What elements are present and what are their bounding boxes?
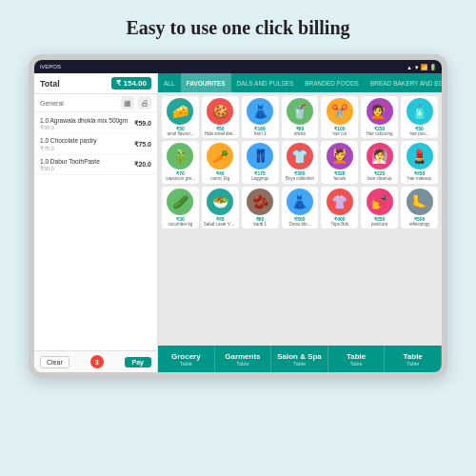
cart-item-price: ₹20.0 — [134, 161, 151, 169]
product-card[interactable]: 👗₹169Item 3 — [242, 96, 279, 138]
bottom-label-text: Salon & Spa — [277, 352, 322, 361]
product-card[interactable]: 🧀₹50amul flavour... — [162, 96, 199, 138]
tab-branded[interactable]: BRANDED FOODS — [299, 73, 365, 92]
product-image: 🫑 — [167, 143, 193, 169]
cart-item-orig-price: ₹50.0 — [40, 166, 134, 171]
product-card[interactable]: 🫘₹60kardi 1 — [242, 187, 279, 228]
clear-button[interactable]: Clear — [40, 356, 69, 368]
cart-item-info: 1.0 Chocolate pastry ₹75.0 — [40, 137, 134, 150]
bottom-label-sub: Table — [180, 361, 192, 367]
bottom-tab-2[interactable]: Salon & SpaTable — [271, 346, 328, 372]
bottom-tab-0[interactable]: GroceryTable — [158, 346, 215, 372]
product-name: cucumber kg — [164, 222, 197, 227]
product-image: ✂️ — [327, 98, 353, 125]
cart-item-info: 1.0 Dabur ToothPaste ₹50.0 — [40, 158, 134, 171]
product-card[interactable]: 👗₹500Dress bbi... — [282, 187, 319, 228]
status-icons: ▲ ▼ 📶 🔋 — [407, 64, 436, 70]
product-name: face cleanup — [363, 176, 396, 181]
product-card[interactable]: 💇₹250Hair colouring — [361, 96, 398, 138]
tab-bread[interactable]: BREAD BAKERY AND EGGS — [365, 73, 442, 92]
product-card[interactable]: 💅₹350pedicure — [361, 187, 398, 228]
product-card[interactable]: 👕₹300Boys collection — [282, 141, 319, 183]
cart-item-info: 1.0 Agrawala dhokla mix 500gm ₹59.0 — [40, 117, 134, 130]
product-name: amul flavour... — [164, 131, 197, 136]
product-image: 🥒 — [167, 188, 193, 215]
bottom-tab-1[interactable]: GarmentsTable — [215, 346, 272, 372]
product-name: Salad Laser Veg... — [204, 222, 237, 227]
tab-dals[interactable]: DALS AND PULSES — [231, 73, 300, 92]
product-card[interactable]: 🥕₹40carrot 1kg — [202, 141, 239, 183]
tab-favourites[interactable]: FAVOURITES — [181, 73, 231, 92]
product-card[interactable]: 🦶₹500reflexology — [401, 187, 438, 228]
cart-item-price: ₹75.0 — [134, 141, 151, 149]
product-image: 🧀 — [167, 98, 193, 125]
tablet-body: Total ₹ 154.00 General ▦ 🖨 1.0 Agrawala … — [34, 73, 442, 372]
cart-icons: ▦ 🖨 — [121, 96, 151, 109]
product-name: Hide small diet... — [204, 131, 237, 136]
product-card[interactable]: ✂️₹100hair cut — [321, 96, 358, 138]
product-image: 💄 — [407, 143, 433, 169]
cart-items: 1.0 Agrawala dhokla mix 500gm ₹59.0 ₹59.… — [34, 112, 157, 350]
product-card[interactable]: 🥒₹30cucumber kg — [162, 187, 199, 228]
product-card[interactable]: 🍪₹50Hide small diet... — [202, 96, 239, 138]
product-name: reflexology — [403, 222, 436, 227]
product-card[interactable]: 💆₹328facials — [321, 141, 358, 183]
product-image: 👚 — [327, 188, 353, 215]
cart-item: 1.0 Dabur ToothPaste ₹50.0 ₹20.0 — [34, 155, 157, 175]
tablet-frame: iVEPOS ▲ ▼ 📶 🔋 Total ₹ 154.00 General ▦ … — [29, 54, 447, 378]
bottom-label-text: Grocery — [171, 352, 201, 361]
bottom-label-text: Table — [404, 352, 423, 361]
product-card[interactable]: 🥗₹45Salad Laser Veg... — [202, 187, 239, 228]
cart-item-name: 1.0 Dabur ToothPaste — [40, 158, 134, 166]
product-card[interactable]: 🧖₹220face cleanup — [361, 141, 398, 183]
product-name: Dress bbi... — [284, 222, 317, 227]
product-name: drinks — [284, 131, 317, 136]
bottom-label-text: Garments — [225, 352, 260, 361]
product-name: hair poo... — [403, 131, 436, 136]
product-image: 🥗 — [207, 188, 233, 215]
general-label: General — [40, 100, 64, 107]
cart-item-price: ₹59.0 — [134, 120, 151, 128]
product-name: Hair colouring — [363, 131, 396, 136]
product-image: 🧴 — [407, 98, 433, 125]
product-image: 👗 — [287, 188, 313, 215]
product-name: carrot 1kg — [204, 176, 237, 181]
product-name: hair cut — [323, 131, 356, 136]
product-card[interactable]: 👚₹400Tops Bds — [321, 187, 358, 228]
cart-item: 1.0 Chocolate pastry ₹75.0 ₹75.0 — [34, 134, 157, 154]
product-name: Item 3 — [244, 131, 277, 136]
bottom-tab-4[interactable]: TableTable — [385, 346, 442, 372]
product-name: pedicure — [363, 222, 396, 227]
tab-all[interactable]: ALL — [158, 73, 181, 92]
product-card[interactable]: 🫑₹70capsicum gre... — [162, 141, 199, 183]
product-image: 🫘 — [247, 188, 273, 215]
cart-item-orig-price: ₹75.0 — [40, 146, 134, 151]
bottom-label-sub: Table — [293, 361, 306, 367]
pay-button[interactable]: Pay — [125, 357, 151, 367]
product-image: 👗 — [247, 98, 273, 125]
page-wrapper: Easy to use one click billing iVEPOS ▲ ▼… — [0, 0, 476, 476]
products-grid-wrapper: 🧀₹50amul flavour...🍪₹50Hide small diet..… — [158, 92, 442, 346]
product-card[interactable]: 👖₹175Leggings — [242, 141, 279, 183]
product-image: 🧖 — [367, 143, 393, 169]
product-image: 💇 — [367, 98, 393, 125]
product-image: 🥕 — [207, 143, 233, 169]
tabs-bar: ALL FAVOURITES DALS AND PULSES BRANDED F… — [158, 73, 442, 92]
barcode-icon[interactable]: ▦ — [121, 96, 134, 109]
cart-item: 1.0 Agrawala dhokla mix 500gm ₹59.0 ₹59.… — [34, 114, 157, 134]
cart-item-count: 3 — [90, 355, 104, 368]
product-image: 🍪 — [207, 98, 233, 125]
product-card[interactable]: 🧴₹50hair poo... — [401, 96, 438, 138]
right-panel: ALL FAVOURITES DALS AND PULSES BRANDED F… — [158, 73, 442, 372]
left-panel: Total ₹ 154.00 General ▦ 🖨 1.0 Agrawala … — [34, 73, 158, 372]
bottom-tab-3[interactable]: TableTable — [328, 346, 386, 372]
app-name: iVEPOS — [40, 64, 61, 69]
cart-item-name: 1.0 Agrawala dhokla mix 500gm — [40, 117, 134, 125]
cart-header: Total ₹ 154.00 — [34, 73, 157, 94]
product-image: 🥤 — [287, 98, 313, 125]
bottom-label-text: Table — [347, 352, 366, 361]
print-icon[interactable]: 🖨 — [138, 96, 151, 109]
product-card[interactable]: 🥤₹60drinks — [282, 96, 319, 138]
product-card[interactable]: 💄₹450hair makeup — [401, 141, 438, 183]
cart-item-name: 1.0 Chocolate pastry — [40, 137, 134, 145]
